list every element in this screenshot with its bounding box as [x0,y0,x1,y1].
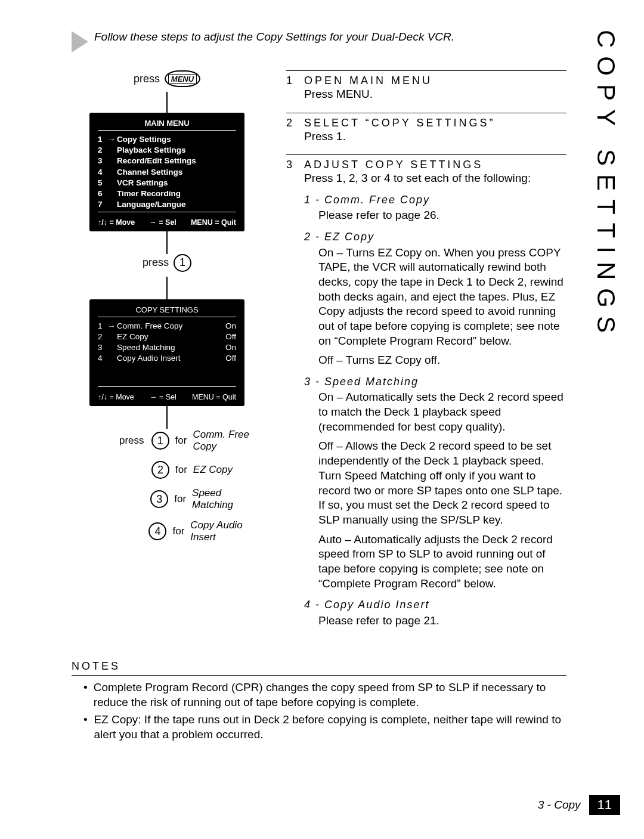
instructions-column: 1 OPEN MAIN MENU Press MENU. 2 SELECT “C… [286,70,566,639]
for-label: for [174,493,186,505]
divider [98,317,236,317]
copy-settings-item: 4Copy Audio InsertOff [89,353,244,364]
notes-block: NOTES •Complete Program Record (CPR) cha… [72,660,566,742]
number-button: 4 [148,522,166,540]
option-row: 4for Copy Audio Insert [119,519,262,543]
option-name: Copy Audio Insert [190,519,262,543]
number-button: 3 [150,490,168,508]
for-label: for [175,435,187,447]
step-body: Press MENU. [304,87,566,102]
step-title: OPEN MAIN MENU [304,75,432,87]
copy-settings-item: 3Speed MatchingOn [89,342,244,353]
sub-4-head: 4 - Copy Audio Insert [304,598,566,612]
copy-settings-item: 2EZ CopyOff [89,332,244,342]
divider [98,212,236,212]
connector-line [166,92,168,113]
foot-quit: MENU = Quit [192,393,236,401]
foot-sel: → = Sel [149,218,177,227]
step-number: 1 [286,75,293,87]
copy-settings-osd: COPY SETTINGS 1→Comm. Free CopyOn2EZ Cop… [89,299,244,407]
main-menu-osd: MAIN MENU 1→Copy Settings2Playback Setti… [89,113,244,231]
step-body: Press 1. [304,129,566,144]
main-menu-item: 2Playback Settings [89,145,244,156]
step-3: 3 ADJUST COPY SETTINGS Press 1, 2, 3 or … [286,154,566,628]
note-item: •Complete Program Record (CPR) changes t… [72,680,566,710]
press-label: press [119,435,144,447]
chapter-label: 3 - Copy [538,798,589,812]
sub-2-body-off: Off – Turns EZ Copy off. [318,353,566,368]
sub-3-body-auto: Auto – Automatically adjusts the Deck 2 … [318,532,566,592]
sub-3-body-off: Off – Allows the Deck 2 record speed to … [318,439,566,527]
option-row: press1for Comm. Free Copy [119,429,262,453]
foot-sel: → = Sel [150,393,177,401]
step-number: 3 [286,159,293,171]
main-menu-item: 5VCR Settings [89,178,244,188]
sub-3-head: 3 - Speed Matching [304,375,566,389]
divider [98,130,236,131]
step-body: Press 1, 2, 3 or 4 to set each of the fo… [304,171,566,186]
for-label: for [172,525,184,537]
menu-button-text: MENU [168,74,197,84]
for-label: for [175,464,187,476]
step-2: 2 SELECT “COPY SETTINGS” Press 1. [286,113,566,144]
number-button: 2 [151,461,169,479]
connector-line [166,406,168,429]
foot-move: ↑/↓ = Move [98,218,135,227]
main-menu-title: MAIN MENU [89,119,244,128]
sub-1-body: Please refer to page 26. [318,208,566,223]
sub-4-body: Please refer to page 21. [318,614,566,629]
option-name: Comm. Free Copy [193,429,262,453]
divider [286,70,566,71]
divider [72,675,566,676]
page-content: Follow these steps to adjust the Copy Se… [72,30,566,744]
divider [286,113,566,113]
press-label: press [143,256,169,269]
divider [286,154,566,155]
main-menu-item: 3Record/Edit Settings [89,156,244,166]
connector-line [166,277,168,299]
sub-3-body-on: On – Automatically sets the Deck 2 recor… [318,390,566,434]
step-title: ADJUST COPY SETTINGS [304,159,483,171]
step-number: 2 [286,117,293,129]
intro-text: Follow these steps to adjust the Copy Se… [94,30,454,44]
note-item: •EZ Copy: If the tape runs out in Deck 2… [72,713,566,742]
sub-1-head: 1 - Comm. Free Copy [304,193,566,207]
press-1-button: 1 [174,254,191,272]
divider [98,386,236,387]
main-menu-item: 6Timer Recording [89,188,244,199]
connector-line [166,231,168,254]
page-number: 11 [589,795,620,815]
copy-settings-title: COPY SETTINGS [89,305,244,314]
intro-row: Follow these steps to adjust the Copy Se… [72,30,566,52]
menu-button-graphic: MENU [165,70,200,87]
number-button: 1 [151,432,169,450]
step-title: SELECT “COPY SETTINGS” [304,117,495,129]
main-menu-item: 7Language/Langue [89,199,244,210]
option-name: Speed Matching [192,487,262,511]
notes-title: NOTES [72,660,566,673]
sub-2-head: 2 - EZ Copy [304,230,566,244]
diagram-column: press MENU MAIN MENU 1→Copy Settings2Pla… [72,70,262,639]
foot-move: ↑/↓ = Move [98,393,134,401]
sub-2-body-on: On – Turns EZ Copy on. When you press CO… [318,246,566,349]
press-label: press [134,73,160,85]
main-menu-item: 4Channel Settings [89,167,244,178]
page-footer: 3 - Copy 11 [538,795,620,815]
main-menu-item: 1→Copy Settings [89,134,244,145]
foot-quit: MENU = Quit [191,218,236,227]
option-row: 3for Speed Matching [119,487,262,511]
arrow-right-icon [72,31,88,52]
side-page-title: COPY SETTINGS [592,30,620,341]
step-1: 1 OPEN MAIN MENU Press MENU. [286,70,566,102]
option-row: 2for EZ Copy [119,461,262,479]
copy-settings-item: 1→Comm. Free CopyOn [89,321,244,332]
option-name: EZ Copy [193,464,233,476]
